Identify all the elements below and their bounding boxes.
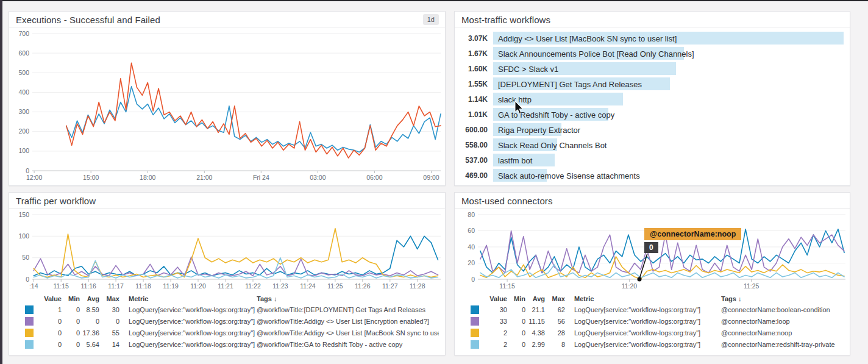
legend-row[interactable]: 0017.3655LogQuery[service:"workflow-logs… [9,327,439,338]
legend-cell-max: 55 [99,329,119,337]
svg-text:11:16: 11:16 [80,282,96,290]
legend-cell-max: 56 [545,318,565,325]
toplist-row[interactable]: 600.00Riga Property Extractor [455,122,850,137]
toplist-row[interactable]: 558.00Slack Read Only Channels Bot [455,137,850,152]
legend-row[interactable]: 202.998LogQuery[service:"workflow-logs:o… [455,338,844,350]
svg-text:150: 150 [18,211,29,218]
legend-cell-avg: 17.36 [80,329,99,337]
toplist-label: SFDC > Slack v1 [498,64,558,73]
legend-row[interactable]: 30021.162LogQuery[service:"workflow-logs… [455,304,844,315]
legend-swatch-cell [9,340,34,349]
legend-swatch[interactable] [25,329,34,337]
legend-header-value[interactable]: Value [34,295,62,302]
legend-swatch[interactable] [471,340,479,349]
toplist-row[interactable]: 1.60KSFDC > Slack v1 [455,61,850,76]
legend-cell-value: 30 [479,306,507,313]
legend-cell-tags: @connectorName:boolean-condition [721,306,844,313]
legend-row[interactable]: 108.5930LogQuery[service:"workflow-logs:… [9,304,439,315]
legend-header-metric[interactable]: Metric [119,295,257,302]
legend-header-tags[interactable]: Tags ↓ [721,295,844,302]
toplist-value: 3.07K [455,34,488,43]
legend-swatch[interactable] [25,340,34,349]
svg-text:Fri 24: Fri 24 [253,174,269,181]
legend-header-min[interactable]: Min [507,295,525,302]
legend-swatch-cell [455,340,479,349]
legend-swatch-cell [455,317,479,326]
legend-cell-metric: LogQuery[service:"workflow-logs:org:tray… [119,329,257,337]
toplist-row[interactable]: 1.67KSlack Announcements Police Bot [Rea… [455,46,850,61]
toplist-value: 1.14K [455,95,488,104]
legend-header-avg[interactable]: Avg [80,295,99,302]
legend-row[interactable]: 005.6414LogQuery[service:"workflow-logs:… [9,338,439,350]
svg-text:11:25: 11:25 [327,282,343,290]
legend-cell-metric: LogQuery[service:"workflow-logs:org:tray… [565,318,721,325]
toplist-bar-track: Slack auto-remove Sisense attachments [493,169,844,182]
legend-cell-avg: 11.15 [525,318,545,325]
toplist-label: Slack auto-remove Sisense attachments [498,171,640,180]
legend-swatch[interactable] [471,305,479,314]
legend-cell-tags: @connectorName:loop [721,318,844,325]
toplist-row[interactable]: 1.55K[DEPLOYMENT] Get Tags And Releases [455,76,850,91]
legend-header-value[interactable]: Value [479,295,507,302]
toplist-value: 1.01K [455,110,488,119]
legend-swatch[interactable] [25,317,34,326]
toplist-row[interactable]: 3.07KAddigy <> User List [MacBook SN syn… [455,30,850,46]
legend-cell-value: 2 [479,329,507,337]
panel-executions-header: Executions - Successful and Failed 1d [9,12,445,27]
svg-text:11:26: 11:26 [355,282,371,290]
toplist-bar-track: slack http [493,93,844,105]
svg-text:50: 50 [22,254,29,261]
toplist-bar-track: lastfm bot [493,154,844,166]
legend-header-row: ValueMinAvgMaxMetricTags ↓ [9,293,439,304]
timeframe-badge: 1d [423,14,439,25]
traffic-legend-table: ValueMinAvgMaxMetricTags ↓108.5930LogQue… [9,291,445,350]
executions-line-chart[interactable]: 010020030040050060070012:0015:0018:0021:… [9,29,445,183]
svg-text:0: 0 [26,167,29,174]
legend-swatch[interactable] [25,305,34,314]
toplist-value: 537.00 [455,156,488,165]
series-line [34,229,438,277]
toplist-label: Slack Announcements Police Bot [Read Onl… [498,49,694,58]
legend-header-max[interactable]: Max [99,295,119,302]
legend-swatch[interactable] [471,329,479,337]
legend-swatch[interactable] [471,317,479,326]
toplist-bar-track: Addigy <> User List [MacBook SN sync to … [493,32,844,45]
toplist-label: Riga Property Extractor [498,125,580,134]
mouse-cursor [514,101,526,115]
legend-header-min[interactable]: Min [62,295,80,302]
svg-text:06:00: 06:00 [366,174,382,181]
toplist-value: 1.55K [455,80,488,88]
toplist-bar-track: Riga Property Extractor [493,123,844,136]
panel-most-traffic-workflows: Most-traffic workflows 3.07KAddigy <> Us… [454,11,850,186]
series-line [66,87,441,152]
legend-cell-max: 0 [99,318,119,325]
legend-cell-tags: @workflowTitle:[DEPLOYMENT] Get Tags And… [257,306,439,313]
svg-text:20: 20 [468,259,475,266]
legend-cell-max: 28 [545,329,565,337]
legend-cell-value: 0 [34,341,62,348]
panel-most-used-connectors: Most-used connectors 02040608011:1511:20… [454,192,850,355]
legend-header-avg[interactable]: Avg [525,295,545,302]
toplist-row[interactable]: 469.00Slack auto-remove Sisense attachme… [455,168,850,183]
svg-text:11:20: 11:20 [190,282,206,290]
legend-cell-value: 2 [479,341,507,348]
page-title-most-used-connectors: Most-used connectors [461,196,553,206]
toplist-value: 600.00 [455,126,488,134]
legend-row[interactable]: 33011.1556LogQuery[service:"workflow-log… [455,315,844,327]
legend-cell-min: 0 [507,341,525,348]
legend-header-tags[interactable]: Tags ↓ [257,295,439,302]
legend-row[interactable]: 0000LogQuery[service:"workflow-logs:org:… [9,315,439,327]
toplist-bar-track: Slack Announcements Police Bot [Read Onl… [493,47,844,60]
toplist-label: lastfm bot [498,155,532,165]
traffic-per-workflow-line-chart[interactable]: 050100150:1411:1511:1611:1711:1811:1911:… [9,210,445,291]
toplist-row[interactable]: 537.00lastfm bot [455,152,850,168]
svg-text:400: 400 [18,88,29,96]
svg-text:60: 60 [468,227,475,234]
legend-header-max[interactable]: Max [545,295,565,302]
toplist-bar-track: GA to Redshift Toby - active copy [493,108,844,121]
legend-header-metric[interactable]: Metric [565,295,721,302]
window-left-edge [0,0,2,364]
svg-text:100: 100 [18,147,29,154]
svg-text:03:00: 03:00 [310,174,326,181]
legend-row[interactable]: 204.3828LogQuery[service:"workflow-logs:… [455,327,844,338]
